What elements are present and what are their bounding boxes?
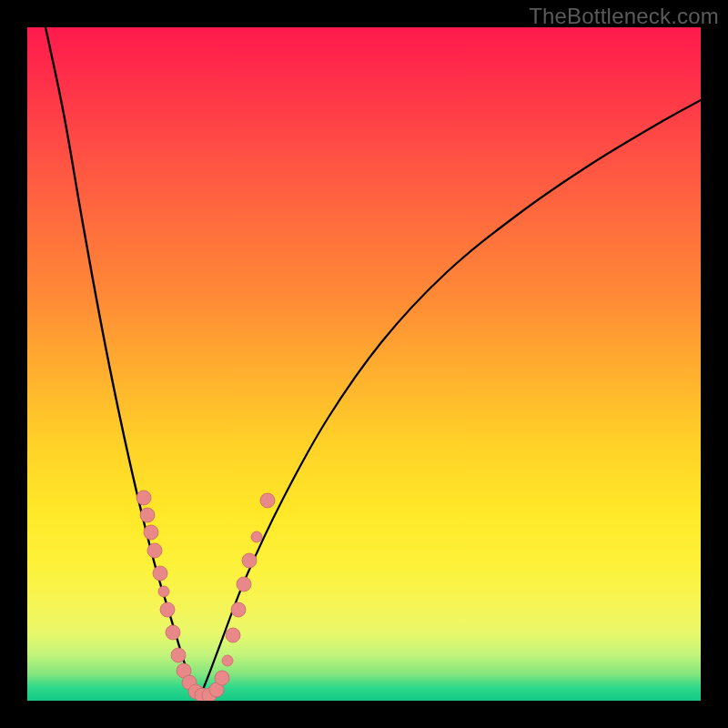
scatter-point — [222, 655, 233, 666]
scatter-point — [140, 508, 155, 522]
chart-svg — [27, 27, 701, 701]
watermark-text: TheBottleneck.com — [529, 4, 719, 29]
right-curve — [200, 100, 701, 696]
scatter-point — [147, 543, 162, 558]
scatter-point — [136, 490, 151, 505]
scatter-point — [160, 602, 175, 617]
scatter-point — [153, 566, 167, 581]
scatter-point — [231, 602, 246, 617]
scatter-point — [237, 577, 251, 592]
scatter-point — [158, 586, 169, 597]
chart-frame: TheBottleneck.com — [0, 0, 728, 728]
scatter-point — [251, 531, 262, 542]
scatter-point — [144, 525, 158, 540]
scatter-point — [215, 671, 229, 685]
scatter-point — [242, 553, 257, 568]
left-curve — [46, 27, 200, 696]
scatter-point — [171, 648, 186, 662]
scatter-point — [226, 628, 240, 642]
scatter-point — [260, 493, 275, 508]
scatter-point — [166, 625, 180, 640]
scatter-markers — [136, 490, 275, 701]
plot-area — [27, 27, 701, 701]
